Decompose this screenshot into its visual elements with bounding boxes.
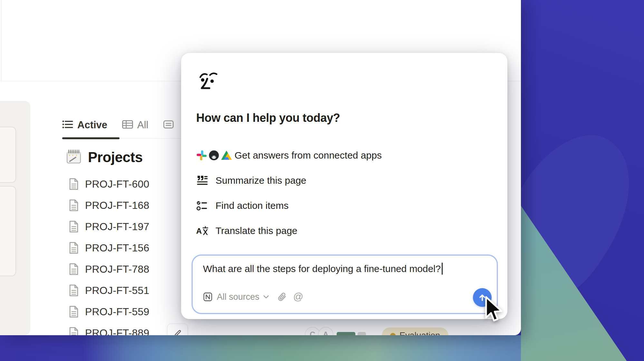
text-caret	[442, 263, 443, 275]
progress-bar-fragment	[358, 332, 366, 335]
notion-logo-icon	[203, 292, 213, 302]
menu-item-label: Summarize this page	[216, 175, 306, 186]
project-list: PROJ-FT-600 PROJ-FT-168 PROJ-FT-197 PROJ…	[69, 177, 149, 335]
project-label: PROJ-FT-156	[85, 242, 149, 254]
page-title: Projects	[65, 148, 143, 166]
project-label: PROJ-FT-788	[85, 263, 149, 275]
list-item[interactable]: PROJ-FT-156	[69, 241, 149, 255]
action-items-icon	[196, 200, 216, 211]
ai-assistant-dialog: How can I help you today?	[181, 53, 507, 319]
status-badge[interactable]: Evaluation	[382, 327, 448, 335]
assistant-greeting: How can I help you today?	[196, 111, 340, 125]
menu-item-connected-apps[interactable]: Get answers from connected apps	[196, 147, 382, 163]
source-selector-label: All sources	[217, 292, 259, 302]
page-icon	[69, 263, 79, 275]
list-item[interactable]: PROJ-FT-600	[69, 177, 149, 191]
connected-app-icons	[196, 150, 235, 161]
prompt-input[interactable]: What are all the steps for deploying a f…	[192, 255, 498, 314]
page-icon	[69, 327, 79, 335]
page-icon	[69, 306, 79, 318]
github-icon	[208, 150, 220, 161]
notepad-emoji-icon	[65, 148, 82, 166]
desktop-screen: Active All	[0, 0, 644, 361]
menu-item-translate[interactable]: A Translate this page	[196, 222, 382, 239]
status-badge-label: Evaluation	[399, 331, 440, 336]
google-drive-icon	[221, 150, 232, 161]
page-icon	[69, 284, 79, 297]
tab-page-view[interactable]	[163, 120, 174, 130]
svg-text:A: A	[196, 227, 202, 235]
menu-item-label: Find action items	[216, 200, 289, 211]
attachment-icon[interactable]	[277, 292, 287, 302]
page-icon	[69, 178, 79, 190]
page-icon	[69, 220, 79, 233]
project-label: PROJ-FT-559	[85, 306, 149, 318]
menu-item-action-items[interactable]: Find action items	[196, 197, 382, 214]
assignee-avatars[interactable]: C A	[305, 327, 333, 335]
tab-all-view[interactable]: All	[122, 119, 148, 131]
prompt-input-value[interactable]: What are all the steps for deploying a f…	[203, 263, 443, 275]
edit-button[interactable]	[167, 324, 188, 335]
project-label: PROJ-FT-197	[85, 221, 149, 233]
prompt-text: What are all the steps for deploying a f…	[203, 263, 441, 274]
list-view-icon	[62, 120, 73, 131]
left-panel-card[interactable]	[0, 127, 16, 183]
summarize-icon	[196, 175, 216, 186]
active-tab-underline	[62, 137, 120, 139]
list-item[interactable]: PROJ-FT-788	[69, 262, 149, 276]
assistant-menu: Get answers from connected apps Summariz…	[196, 147, 382, 239]
tab-label: Active	[77, 119, 107, 131]
avatar: A	[318, 327, 333, 335]
tab-label: All	[137, 119, 148, 131]
left-panel-card[interactable]	[0, 186, 16, 276]
desktop-wallpaper	[521, 0, 644, 361]
list-item[interactable]: PROJ-FT-551	[69, 283, 149, 298]
status-dot	[390, 333, 396, 336]
project-label: PROJ-FT-600	[85, 178, 149, 190]
list-item[interactable]: PROJ-FT-197	[69, 220, 149, 234]
list-item[interactable]: PROJ-FT-559	[69, 305, 149, 319]
translate-icon: A	[196, 226, 216, 236]
list-item[interactable]: PROJ-FT-889	[69, 326, 149, 335]
view-tabs: Active All	[62, 118, 174, 132]
notion-ai-face-icon	[198, 70, 219, 92]
project-label: PROJ-FT-551	[85, 285, 149, 297]
menu-item-label: Get answers from connected apps	[235, 150, 382, 161]
prompt-controls: All sources @	[203, 289, 303, 305]
desktop-wallpaper-bottom-strip	[0, 335, 521, 361]
list-item[interactable]: PROJ-FT-168	[69, 198, 149, 212]
sidebar-divider	[1, 0, 1, 81]
slack-icon	[196, 150, 207, 161]
page-icon	[69, 199, 79, 211]
menu-item-label: Translate this page	[216, 225, 297, 236]
page-title-text: Projects	[88, 149, 143, 165]
project-label: PROJ-FT-168	[85, 200, 149, 211]
progress-bar-fragment	[337, 332, 355, 335]
chevron-down-icon	[264, 295, 269, 298]
page-view-icon	[163, 120, 174, 130]
page-icon	[69, 242, 79, 254]
tab-active-view[interactable]: Active	[62, 119, 107, 131]
mouse-cursor	[485, 296, 505, 325]
table-view-icon	[122, 120, 133, 131]
source-selector[interactable]: All sources	[203, 292, 269, 302]
project-label: PROJ-FT-889	[85, 327, 149, 336]
mention-icon[interactable]: @	[293, 291, 303, 303]
pencil-icon	[173, 328, 182, 335]
menu-item-summarize[interactable]: Summarize this page	[196, 172, 382, 189]
